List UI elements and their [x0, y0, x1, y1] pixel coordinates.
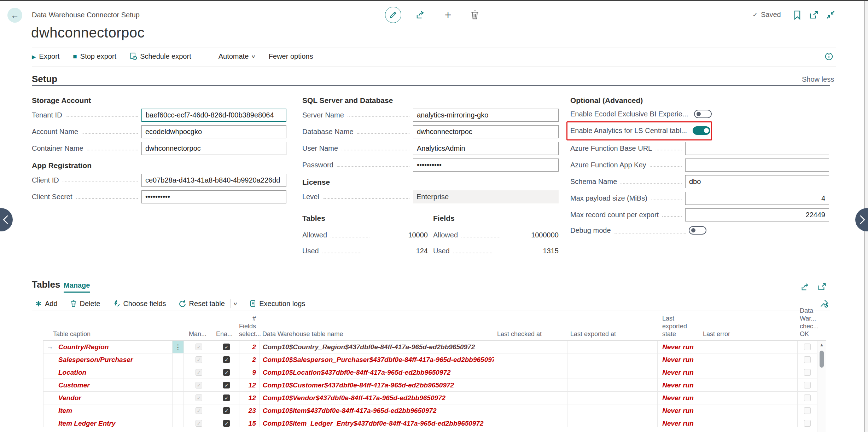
cell-last-exported-state[interactable]: Never run [658, 417, 700, 427]
breadcrumb[interactable]: Data Warehouse Connector Setup [32, 11, 140, 19]
cell-last-exported-at[interactable] [567, 341, 658, 353]
cell-last-checked-at[interactable] [494, 404, 567, 417]
cell-table-caption[interactable]: Vendor [56, 392, 173, 404]
server-name-input[interactable] [413, 109, 559, 122]
enabled-checkbox[interactable] [223, 356, 230, 363]
choose-fields-button[interactable]: Choose fields [113, 300, 166, 308]
cell-last-checked-at[interactable] [494, 366, 567, 379]
row-context-menu[interactable]: ⋮ [173, 341, 184, 353]
cell-table-caption[interactable]: Location [56, 366, 173, 379]
row-context-menu[interactable]: ⋮ [173, 404, 184, 417]
enable-analytics-ls-central-toggle[interactable] [693, 126, 710, 135]
col-header-last-exported-state[interactable]: Last exported state [658, 315, 700, 340]
row-context-menu[interactable]: ⋮ [173, 392, 184, 404]
cell-fields-selected[interactable]: 15 [239, 417, 260, 427]
cell-enabled[interactable] [214, 341, 239, 353]
table-row[interactable]: Location ⋮ 9 Comp10$Location$437dbf0e-84… [43, 366, 817, 379]
schema-name-input[interactable] [685, 175, 829, 188]
cell-enabled[interactable] [214, 404, 239, 417]
table-row[interactable]: Vendor ⋮ 12 Comp10$Vendor$437dbf0e-84ff-… [43, 392, 817, 404]
client-secret-input[interactable] [141, 190, 286, 203]
cell-last-checked-at[interactable] [494, 392, 567, 404]
cell-table-caption[interactable]: Customer [56, 379, 173, 391]
new-record-button[interactable]: + [443, 9, 453, 21]
cell-dw-table-name[interactable]: Comp10$Item$437dbf0e-84ff-417a-965d-ed2b… [260, 404, 495, 417]
enabled-checkbox[interactable] [223, 369, 230, 376]
cell-fields-selected[interactable]: 12 [239, 379, 260, 391]
row-context-menu[interactable]: ⋮ [173, 353, 184, 366]
table-row[interactable]: Item Ledger Entry ⋮ 15 Comp10$Item_Ledge… [43, 417, 817, 427]
cell-enabled[interactable] [214, 353, 239, 366]
row-selector-cell[interactable] [43, 392, 56, 404]
row-selector-cell[interactable] [43, 379, 56, 391]
cell-last-checked-at[interactable] [494, 341, 567, 353]
info-button[interactable] [825, 52, 833, 61]
cell-fields-selected[interactable]: 2 [239, 341, 260, 353]
table-row[interactable]: Country/Region ⋮ 2 Comp10$Country_Region… [43, 341, 817, 353]
row-selector-cell[interactable] [43, 404, 56, 417]
row-context-menu[interactable]: ⋮ [173, 379, 184, 391]
cell-last-exported-state[interactable]: Never run [658, 353, 700, 366]
cell-enabled[interactable] [214, 379, 239, 391]
schedule-export-button[interactable]: Schedule export [130, 52, 191, 61]
scroll-up-icon[interactable]: ▲ [817, 342, 826, 347]
cell-dw-table-name[interactable]: Comp10$Country_Region$437dbf0e-84ff-417a… [260, 341, 495, 353]
max-payload-size-input[interactable] [685, 192, 829, 205]
password-input[interactable] [413, 159, 559, 172]
database-name-input[interactable] [413, 125, 559, 138]
cell-last-exported-state[interactable]: Never run [658, 341, 700, 353]
cell-table-caption[interactable]: Salesperson/Purchaser [56, 353, 173, 366]
show-less-link[interactable]: Show less [802, 75, 834, 83]
cell-table-caption[interactable]: Item [56, 404, 173, 417]
share-button[interactable] [416, 10, 426, 19]
col-header-dw-table-name[interactable]: Data Warehouse table name [260, 330, 494, 340]
col-header-managed[interactable]: Man... [183, 330, 214, 340]
account-name-input[interactable] [141, 125, 286, 138]
bookmark-button[interactable] [793, 10, 802, 20]
col-header-last-error[interactable]: Last error [700, 330, 798, 340]
tenant-id-input[interactable] [141, 109, 286, 122]
row-context-menu[interactable]: ⋮ [173, 366, 184, 379]
fewer-options-button[interactable]: Fewer options [269, 52, 313, 61]
table-row[interactable]: Salesperson/Purchaser ⋮ 2 Comp10$Salespe… [43, 353, 817, 366]
grid-scrollbar[interactable]: ▲ ▼ [817, 341, 826, 432]
row-selector-cell[interactable] [43, 417, 56, 427]
cell-last-exported-state[interactable]: Never run [658, 379, 700, 391]
row-selector-cell[interactable] [43, 366, 56, 379]
table-row[interactable]: Item ⋮ 23 Comp10$Item$437dbf0e-84ff-417a… [43, 404, 817, 417]
cell-last-exported-state[interactable]: Never run [658, 392, 700, 404]
add-button[interactable]: Add [35, 300, 58, 308]
cell-last-exported-at[interactable] [567, 366, 658, 379]
back-button[interactable] [7, 8, 22, 23]
cell-table-caption[interactable]: Country/Region [56, 341, 173, 353]
cell-last-checked-at[interactable] [494, 353, 567, 366]
stop-export-button[interactable]: Stop export [73, 52, 116, 61]
delete-button[interactable]: Delete [70, 300, 100, 308]
col-header-table-caption[interactable]: Table caption [43, 330, 172, 340]
cell-last-exported-state[interactable]: Never run [658, 404, 700, 417]
edit-button[interactable] [385, 7, 401, 23]
azure-function-app-key-input[interactable] [685, 159, 829, 172]
open-in-window-button[interactable] [809, 11, 819, 19]
cell-last-exported-state[interactable]: Never run [658, 366, 700, 379]
cell-last-error[interactable] [700, 353, 798, 366]
row-selector-cell[interactable] [43, 341, 56, 353]
cell-table-caption[interactable]: Item Ledger Entry [56, 417, 173, 427]
cell-dw-table-name[interactable]: Comp10$Salesperson_Purchaser$437dbf0e-84… [260, 353, 495, 366]
enable-ecodel-bi-toggle[interactable] [694, 110, 712, 118]
export-button[interactable]: Export [32, 52, 59, 61]
cell-last-error[interactable] [700, 417, 798, 427]
col-header-fields-selected[interactable]: # Fields select... [239, 315, 260, 340]
max-record-count-input[interactable] [685, 208, 829, 221]
col-header-enabled[interactable]: Ena... [214, 330, 239, 340]
enabled-checkbox[interactable] [223, 382, 230, 388]
cell-last-error[interactable] [700, 366, 798, 379]
cell-last-exported-at[interactable] [567, 353, 658, 366]
execution-logs-button[interactable]: Execution logs [250, 300, 305, 308]
previous-record-button[interactable] [0, 208, 13, 231]
cell-fields-selected[interactable]: 12 [239, 392, 260, 404]
table-row[interactable]: Customer ⋮ 12 Comp10$Customer$437dbf0e-8… [43, 379, 817, 392]
cell-fields-selected[interactable]: 9 [239, 366, 260, 379]
tab-manage[interactable]: Manage [64, 281, 90, 293]
azure-function-base-url-input[interactable] [685, 142, 829, 155]
